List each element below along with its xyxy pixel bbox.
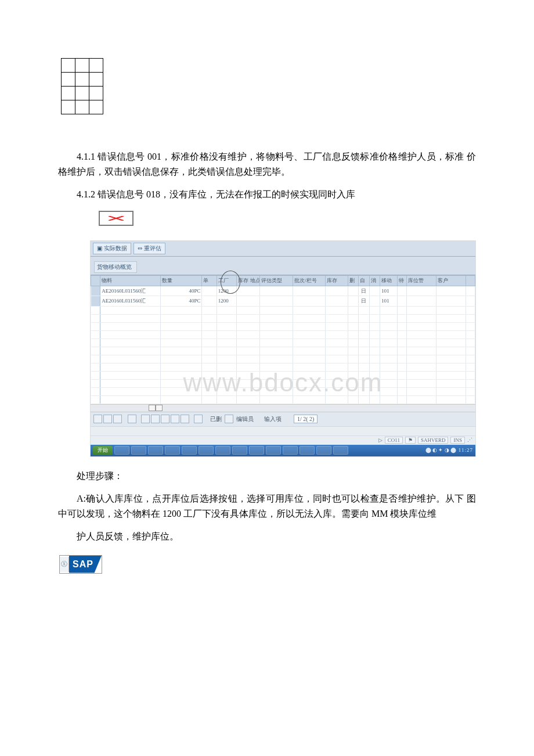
col-c1[interactable]: 删: [348, 276, 358, 286]
tab-actual-data[interactable]: ▣ 实际数据: [93, 243, 131, 254]
table-row[interactable]: [91, 395, 475, 404]
table-row[interactable]: AE20160L031560汇 40PC 1200 日 101: [91, 296, 475, 306]
cell-c3[interactable]: [369, 286, 380, 296]
cell-c6[interactable]: [407, 286, 436, 296]
toolbar-icon[interactable]: [194, 415, 203, 423]
table-row[interactable]: [91, 387, 475, 395]
cell-c1[interactable]: [348, 296, 358, 306]
cell-batch[interactable]: [293, 296, 325, 306]
taskbar-item[interactable]: [232, 446, 247, 455]
taskbar-item[interactable]: [215, 446, 230, 455]
col-c3[interactable]: 消: [369, 276, 380, 286]
row-marker[interactable]: [91, 286, 100, 296]
cell-sloc[interactable]: [237, 286, 259, 296]
toolbar-icon[interactable]: [225, 415, 233, 423]
cell-c4[interactable]: 101: [380, 286, 398, 296]
toolbar-icon[interactable]: [161, 415, 169, 423]
toolbar-icon[interactable]: [128, 415, 136, 423]
col-mvtype[interactable]: 评估类型: [259, 276, 293, 286]
col-c4[interactable]: 移动: [380, 276, 398, 286]
taskbar-item[interactable]: [316, 446, 331, 455]
cell-c3[interactable]: [369, 296, 380, 306]
cell-c1[interactable]: [348, 286, 358, 296]
col-batch[interactable]: 批次/栏号: [293, 276, 325, 286]
cell-qty[interactable]: 40PC: [160, 296, 202, 306]
table-row[interactable]: [91, 379, 475, 387]
taskbar-item[interactable]: [249, 446, 264, 455]
toolbar-icon[interactable]: [113, 415, 122, 423]
cell-item[interactable]: [325, 286, 348, 296]
toolbar-icon[interactable]: [171, 415, 179, 423]
cell-c5[interactable]: [398, 286, 407, 296]
taskbar-item[interactable]: [266, 446, 281, 455]
table-row[interactable]: [91, 322, 475, 330]
table-row[interactable]: [91, 347, 475, 355]
cell-material[interactable]: AE20160L031560汇: [100, 296, 161, 306]
cell-c2[interactable]: 日: [359, 296, 369, 306]
scroll-right-icon[interactable]: [156, 405, 163, 411]
cell-sloc[interactable]: [237, 296, 259, 306]
cell-c2[interactable]: 日: [359, 286, 369, 296]
cell-c8[interactable]: [466, 286, 475, 296]
start-button[interactable]: 开始: [93, 446, 113, 455]
cell-c7[interactable]: [436, 296, 466, 306]
tray-icons[interactable]: ⬤ ◐ ✦ ◑ ⬤: [425, 446, 456, 454]
tcode-chip: CO11: [385, 437, 403, 444]
col-qty[interactable]: 数量: [160, 276, 202, 286]
col-c8[interactable]: [466, 276, 475, 286]
taskbar-item[interactable]: [148, 446, 163, 455]
toolbar-icon[interactable]: [181, 415, 189, 423]
table-row[interactable]: [91, 314, 475, 322]
toolbar-icon[interactable]: [141, 415, 150, 423]
cell-plant[interactable]: 1200: [217, 286, 237, 296]
col-c5[interactable]: 特: [398, 276, 407, 286]
cell-plant[interactable]: 1200: [217, 296, 237, 306]
table-row[interactable]: [91, 339, 475, 347]
taskbar-item[interactable]: [182, 446, 197, 455]
col-c7[interactable]: 客户: [436, 276, 466, 286]
col-c2[interactable]: 自: [359, 276, 369, 286]
taskbar-item[interactable]: [131, 446, 146, 455]
scroll-left-icon[interactable]: [149, 405, 156, 411]
taskbar-item[interactable]: [283, 446, 298, 455]
col-material[interactable]: 物料: [100, 276, 161, 286]
col-marker[interactable]: [91, 276, 100, 286]
cell-c6[interactable]: [407, 296, 436, 306]
taskbar-item[interactable]: [165, 446, 180, 455]
row-marker[interactable]: [91, 296, 100, 306]
toolbar-icon[interactable]: [151, 415, 160, 423]
table-row[interactable]: [91, 363, 475, 371]
table-row[interactable]: [91, 306, 475, 314]
table-row[interactable]: [91, 371, 475, 379]
cell-item[interactable]: [325, 296, 348, 306]
taskbar-item[interactable]: [333, 446, 348, 455]
cell-unit[interactable]: [202, 286, 217, 296]
col-item[interactable]: 库存: [325, 276, 348, 286]
cell-batch[interactable]: [293, 286, 325, 296]
cell-mvtype[interactable]: [259, 296, 293, 306]
cell-c4[interactable]: 101: [380, 296, 398, 306]
cell-mvtype[interactable]: [259, 286, 293, 296]
goods-movement-table-wrap: www.bdocx.com: [91, 275, 475, 411]
horizontal-scrollbar[interactable]: [91, 404, 475, 412]
col-sloc[interactable]: 库存 地点: [237, 276, 259, 286]
goods-movement-table[interactable]: 物料 数量 单 工厂 库存 地点 评估类型 批次/栏号 库存 删 自 消 移动 …: [91, 275, 475, 404]
cell-material[interactable]: AE20160L031560汇: [100, 286, 161, 296]
toolbar-icon[interactable]: [93, 415, 102, 423]
taskbar-item[interactable]: [300, 446, 315, 455]
table-row[interactable]: [91, 355, 475, 363]
taskbar-item[interactable]: [114, 446, 129, 455]
cell-c8[interactable]: [466, 296, 475, 306]
taskbar-item[interactable]: [199, 446, 214, 455]
tab-revaluation[interactable]: ⇔ 重评估: [134, 243, 165, 254]
col-c6[interactable]: 库位管: [407, 276, 436, 286]
cell-unit[interactable]: [202, 296, 217, 306]
toolbar-icon[interactable]: [103, 415, 112, 423]
cell-c7[interactable]: [436, 286, 466, 296]
col-unit[interactable]: 单: [202, 276, 217, 286]
cell-qty[interactable]: 40PC: [160, 286, 202, 296]
col-plant[interactable]: 工厂: [217, 276, 237, 286]
table-row[interactable]: AE20160L031560汇 40PC 1200 日 101: [91, 286, 475, 296]
table-row[interactable]: [91, 330, 475, 339]
cell-c5[interactable]: [398, 296, 407, 306]
